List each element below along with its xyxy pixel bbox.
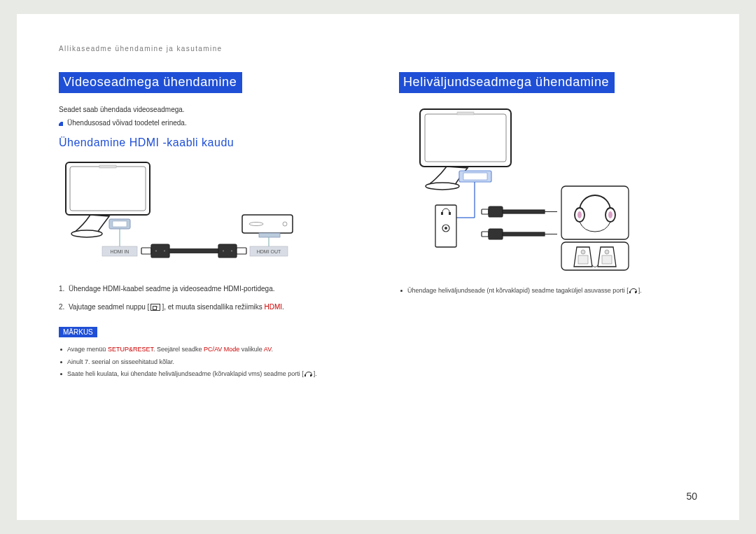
svg-rect-24 bbox=[425, 114, 506, 162]
bullet-icon bbox=[59, 122, 63, 126]
svg-rect-33 bbox=[449, 212, 451, 215]
breadcrumb: Allikaseadme ühendamine ja kasutamine bbox=[59, 45, 697, 52]
sub-heading-hdmi: Ühendamine HDMI -kaabli kaudu bbox=[59, 136, 357, 149]
svg-rect-37 bbox=[489, 206, 503, 217]
step1-text: Ühendage HDMI-kaabel seadme ja videosead… bbox=[69, 285, 275, 293]
content-columns: Videoseadmega ühendamine Seadet saab ühe… bbox=[59, 72, 697, 382]
svg-rect-17 bbox=[218, 244, 237, 258]
notes-list: Avage menüü SETUP&RESET. Seejärel seadke… bbox=[59, 345, 357, 379]
intro-text: Seadet saab ühendada videoseadmega. bbox=[59, 104, 357, 115]
right-column: Heliväljundseadmega ühendamine bbox=[399, 72, 697, 382]
page-number: 50 bbox=[686, 491, 697, 502]
svg-point-10 bbox=[283, 222, 287, 226]
svg-rect-14 bbox=[141, 248, 151, 254]
note-3: Saate heli kuulata, kui ühendate heliväl… bbox=[59, 370, 357, 379]
svg-point-42 bbox=[578, 211, 582, 218]
svg-point-22 bbox=[231, 251, 232, 252]
svg-point-35 bbox=[444, 227, 447, 230]
svg-point-44 bbox=[608, 211, 612, 218]
step-1: 1. Ühendage HDMI-kaabel seadme ja videos… bbox=[59, 283, 357, 295]
svg-rect-28 bbox=[463, 173, 487, 180]
svg-rect-46 bbox=[489, 229, 503, 239]
svg-point-26 bbox=[426, 183, 459, 190]
step2a: Vajutage seadmel nuppu [ bbox=[69, 303, 149, 311]
svg-rect-1 bbox=[70, 167, 146, 211]
audio-diagram bbox=[399, 106, 697, 274]
step2c: HDMI bbox=[265, 303, 283, 311]
audio-notes: Ühendage heliväljundseade (nt kõrvaklapi… bbox=[399, 286, 697, 295]
svg-rect-25 bbox=[457, 112, 474, 115]
left-column: Videoseadmega ühendamine Seadet saab ühe… bbox=[59, 72, 357, 382]
audio-note-1: Ühendage heliväljundseade (nt kõrvaklapi… bbox=[399, 286, 697, 295]
source-icon bbox=[150, 304, 160, 311]
step2b: ], et muuta sisendallika režiimiks bbox=[162, 303, 264, 311]
svg-point-3 bbox=[71, 230, 102, 237]
svg-rect-47 bbox=[503, 232, 545, 236]
step-2: 2. Vajutage seadmel nuppu [], et muuta s… bbox=[59, 302, 357, 313]
section-heading-audio: Heliväljundseadmega ühendamine bbox=[399, 72, 615, 93]
headphone-icon bbox=[305, 371, 312, 378]
svg-rect-16 bbox=[169, 248, 218, 253]
document-page: Allikaseadme ühendamine ja kasutamine Vi… bbox=[17, 14, 739, 520]
svg-point-20 bbox=[164, 251, 165, 252]
svg-point-50 bbox=[581, 250, 585, 254]
svg-rect-38 bbox=[503, 210, 545, 213]
step2d: . bbox=[282, 303, 284, 311]
svg-point-9 bbox=[249, 223, 263, 226]
hdmi-out-label: HDMI OUT bbox=[257, 249, 281, 254]
note-1: Avage menüü SETUP&RESET. Seejärel seadke… bbox=[59, 345, 357, 354]
svg-rect-51 bbox=[578, 255, 588, 264]
bullet-note: Ühendusosad võivad toodetel erineda. bbox=[59, 119, 357, 127]
svg-rect-49 bbox=[561, 242, 629, 270]
hdmi-in-label: HDMI IN bbox=[111, 249, 130, 254]
svg-rect-53 bbox=[602, 255, 612, 264]
svg-rect-36 bbox=[482, 209, 489, 214]
bullet-text: Ühendusosad võivad toodetel erineda. bbox=[67, 119, 187, 127]
note-2: Ainult 7. seerial on sisseehitatud kõlar… bbox=[59, 358, 357, 367]
svg-rect-11 bbox=[259, 233, 280, 237]
svg-rect-45 bbox=[482, 232, 489, 237]
markus-label: MÄRKUS bbox=[59, 327, 97, 337]
svg-point-19 bbox=[155, 251, 157, 252]
headphone-icon bbox=[630, 288, 637, 295]
svg-rect-15 bbox=[151, 244, 169, 258]
svg-rect-18 bbox=[237, 248, 246, 254]
svg-rect-2 bbox=[99, 165, 116, 168]
svg-rect-32 bbox=[441, 212, 443, 215]
svg-point-52 bbox=[605, 250, 609, 254]
svg-point-21 bbox=[223, 251, 224, 252]
section-heading-video: Videoseadmega ühendamine bbox=[59, 72, 242, 93]
svg-rect-5 bbox=[113, 221, 127, 227]
hdmi-diagram: HDMI IN HDMI OUT bbox=[59, 159, 357, 271]
